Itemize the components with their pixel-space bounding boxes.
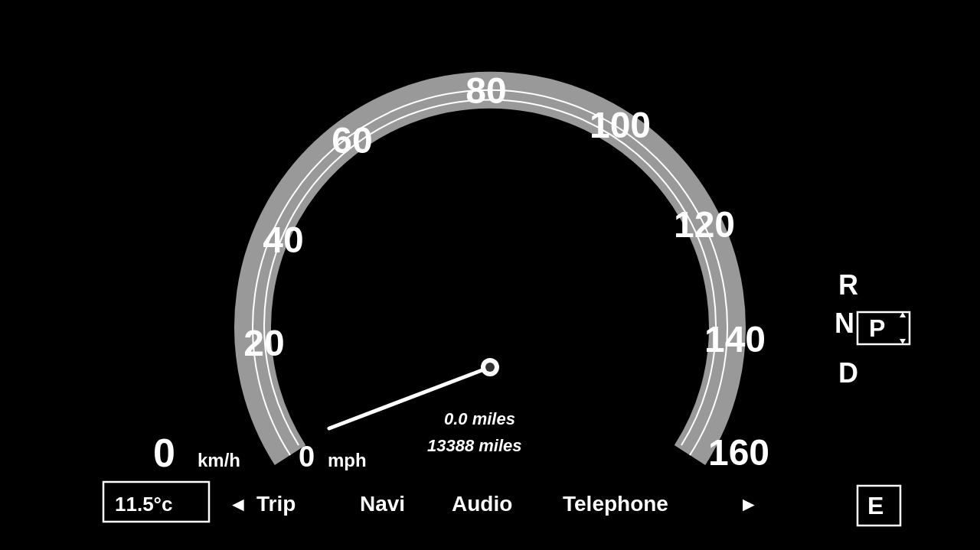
- total-miles: 13388 miles: [427, 436, 522, 455]
- nav-next-arrow[interactable]: ►: [739, 493, 759, 516]
- gear-p: P: [869, 314, 885, 342]
- mph-value: 0: [299, 441, 315, 473]
- speed-label-120: 120: [674, 204, 735, 245]
- dashboard: 20 40 60 80 100 120 140 160 0 km/h 0 mph…: [0, 0, 980, 550]
- gear-n: N: [835, 308, 854, 339]
- temp-value: 11.5°c: [115, 493, 172, 516]
- kmh-value: 0: [153, 431, 175, 475]
- speed-label-140: 140: [704, 319, 766, 360]
- gear-r: R: [838, 269, 858, 301]
- nav-item-trip[interactable]: Trip: [256, 492, 296, 516]
- needle-center-inner: [485, 363, 495, 372]
- speed-label-100: 100: [590, 105, 651, 145]
- nav-item-navi[interactable]: Navi: [360, 492, 405, 516]
- speed-label-80: 80: [466, 70, 506, 111]
- nav-item-telephone[interactable]: Telephone: [563, 492, 668, 516]
- kmh-unit: km/h: [198, 450, 240, 470]
- speed-label-40: 40: [263, 220, 303, 260]
- trip-miles: 0.0 miles: [444, 409, 515, 428]
- nav-item-audio[interactable]: Audio: [452, 492, 512, 516]
- e-indicator: E: [867, 492, 884, 519]
- nav-prev-arrow[interactable]: ◄: [228, 493, 248, 516]
- speed-label-20: 20: [243, 323, 284, 363]
- gear-d: D: [838, 357, 858, 389]
- speed-label-160: 160: [708, 432, 769, 473]
- speed-label-60: 60: [332, 120, 372, 161]
- speedometer-gauge: 20 40 60 80 100 120 140 160 0 km/h 0 mph…: [0, 0, 980, 550]
- mph-unit: mph: [328, 450, 367, 470]
